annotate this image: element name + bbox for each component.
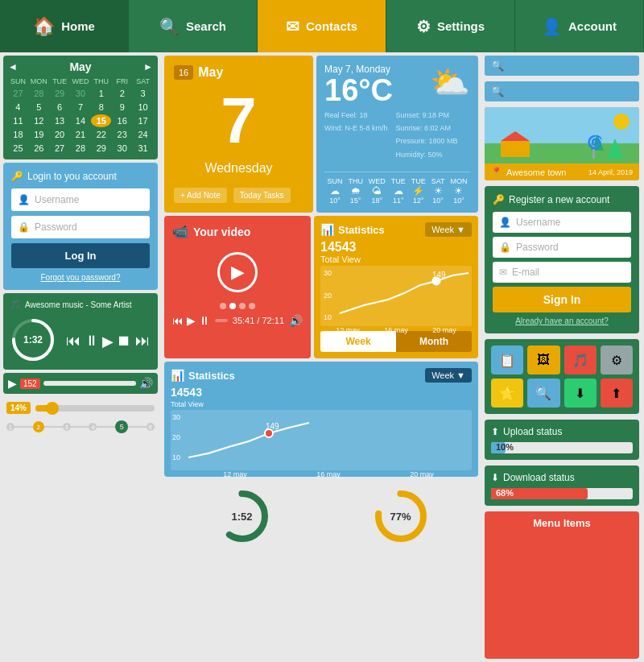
reg-password-field[interactable]: 🔒 Password <box>493 237 631 258</box>
cal-day[interactable]: 29 <box>50 87 70 100</box>
donut2-pct: 77% <box>390 511 411 523</box>
cal-day[interactable]: 2 <box>112 87 132 100</box>
cal-day[interactable]: 1 <box>91 87 111 100</box>
cal-prev[interactable]: ◄ <box>8 61 18 72</box>
cal-day[interactable]: 26 <box>29 142 49 155</box>
search-input-1[interactable] <box>509 61 633 71</box>
step-6[interactable]: 6 <box>147 423 155 431</box>
date-month: May <box>198 65 223 80</box>
grid-icon-star[interactable]: ⭐ <box>491 379 523 408</box>
cal-day[interactable]: 28 <box>29 87 49 100</box>
week2-dropdown[interactable]: Week ▼ <box>425 368 472 383</box>
search-bar-1[interactable]: 🔍 <box>485 56 639 76</box>
nav-home[interactable]: 🏠 Home <box>0 0 129 52</box>
cal-day[interactable]: 11 <box>8 114 28 127</box>
home-icon: 🏠 <box>33 16 55 37</box>
cal-day[interactable]: 19 <box>29 128 49 141</box>
cal-day[interactable]: 28 <box>71 142 91 155</box>
step-1[interactable]: 1 <box>6 423 14 431</box>
reg-key-icon: 🔑 <box>493 194 505 205</box>
vid-play[interactable]: ▶ <box>187 314 196 327</box>
cal-day[interactable]: 10 <box>133 101 153 114</box>
cal-day[interactable]: 20 <box>50 128 70 141</box>
prev-button[interactable]: ⏮ <box>66 333 80 350</box>
search-input-2[interactable] <box>509 87 633 97</box>
cal-day[interactable]: 18 <box>8 128 28 141</box>
cal-today[interactable]: 15 <box>91 114 111 127</box>
grid-icon-upload[interactable]: ⬆ <box>601 379 633 408</box>
grid-icon-doc[interactable]: 📋 <box>491 345 523 374</box>
cal-day[interactable]: 9 <box>112 101 132 114</box>
vid-track[interactable] <box>215 319 228 322</box>
search-bar-2[interactable]: 🔍 <box>485 81 639 101</box>
password-field[interactable]: 🔒 Password <box>11 216 150 238</box>
pause-button[interactable]: ⏸ <box>85 333 99 350</box>
video-play-btn[interactable]: ▶ <box>217 252 258 292</box>
grid-icon-settings[interactable]: ⚙ <box>601 345 633 374</box>
grid-icon-download[interactable]: ⬇ <box>564 379 597 408</box>
progress-track[interactable] <box>35 405 155 412</box>
stop-button[interactable]: ⏹ <box>117 333 131 350</box>
donut1-time: 1:52 <box>231 511 252 523</box>
nav-settings[interactable]: ⚙ Settings <box>386 0 515 52</box>
cal-day[interactable]: 14 <box>71 114 91 127</box>
cal-day[interactable]: 5 <box>29 101 49 114</box>
cal-day[interactable]: 22 <box>91 128 111 141</box>
reg-username-field[interactable]: 👤 Username <box>493 212 631 233</box>
cal-day[interactable]: 12 <box>29 114 49 127</box>
volume-icon[interactable]: 🔊 <box>139 377 153 390</box>
register-btn[interactable]: Sign In <box>493 287 631 312</box>
vid-pause[interactable]: ⏸ <box>199 314 210 327</box>
video-dot-active <box>229 303 236 309</box>
cal-day[interactable]: 25 <box>8 142 28 155</box>
step-2[interactable]: 2 <box>33 421 44 432</box>
reg-email-field[interactable]: ✉ E-mail <box>493 262 631 283</box>
add-note-btn[interactable]: + Add Note <box>174 188 227 203</box>
login-button[interactable]: Log In <box>11 243 150 268</box>
nav-contacts[interactable]: ✉ Contacts <box>258 0 386 52</box>
next-button[interactable]: ⏭ <box>135 333 150 350</box>
vid-prev[interactable]: ⏮ <box>172 314 184 327</box>
cal-day[interactable]: 27 <box>50 142 70 155</box>
forgot-link[interactable]: Forgot you password? <box>11 273 150 282</box>
cal-day[interactable]: 27 <box>8 87 28 100</box>
stats-center-widget: 📊 Statistics Week ▼ 14543 Total View 302… <box>164 362 478 477</box>
donut2-widget: 77% <box>323 480 478 552</box>
cal-day[interactable]: 7 <box>71 101 91 114</box>
play-button[interactable]: ▶ <box>102 333 114 350</box>
cal-day[interactable]: 4 <box>8 101 28 114</box>
cal-day[interactable]: 30 <box>71 87 91 100</box>
nav-account[interactable]: 👤 Account <box>515 0 644 52</box>
cal-day[interactable]: 21 <box>71 128 91 141</box>
cal-day[interactable]: 6 <box>50 101 70 114</box>
cal-next[interactable]: ► <box>143 61 153 72</box>
cal-day[interactable]: 13 <box>50 114 70 127</box>
video-dot <box>220 303 226 309</box>
grid-icon-music[interactable]: 🎵 <box>564 345 597 374</box>
vid-vol[interactable]: 🔊 <box>289 314 303 327</box>
video-play-area[interactable]: ▶ <box>172 246 303 298</box>
video-controls[interactable]: ⏮ ▶ ⏸ <box>172 314 210 327</box>
cal-day[interactable]: 30 <box>112 142 132 155</box>
cal-day[interactable]: 31 <box>133 142 153 155</box>
cal-day[interactable]: 17 <box>133 114 153 127</box>
play-small-icon[interactable]: ▶ <box>8 377 17 390</box>
grid-icon-search[interactable]: 🔍 <box>527 379 559 408</box>
cal-day[interactable]: 8 <box>91 101 111 114</box>
step-4[interactable]: 4 <box>89 423 97 431</box>
cal-day[interactable]: 3 <box>133 87 153 100</box>
calendar-widget: ◄ May ► SUN MON TUE WED THU FRI SAT 27 2… <box>3 56 158 159</box>
username-field[interactable]: 👤 Username <box>11 188 150 211</box>
cal-day[interactable]: 29 <box>91 142 111 155</box>
today-tasks-btn[interactable]: Today Tasks <box>233 188 291 203</box>
week-dropdown[interactable]: Week ▼ <box>425 222 472 237</box>
step-3[interactable]: 3 <box>63 423 71 431</box>
nav-search[interactable]: 🔍 Search <box>129 0 258 52</box>
cal-day[interactable]: 24 <box>133 128 153 141</box>
cal-day[interactable]: 16 <box>112 114 132 127</box>
step-5[interactable]: 5 <box>115 420 128 433</box>
grid-icon-photo[interactable]: 🖼 <box>527 345 559 374</box>
volume-track[interactable] <box>43 381 136 386</box>
already-link[interactable]: Already have an account? <box>493 317 631 325</box>
cal-day[interactable]: 23 <box>112 128 132 141</box>
